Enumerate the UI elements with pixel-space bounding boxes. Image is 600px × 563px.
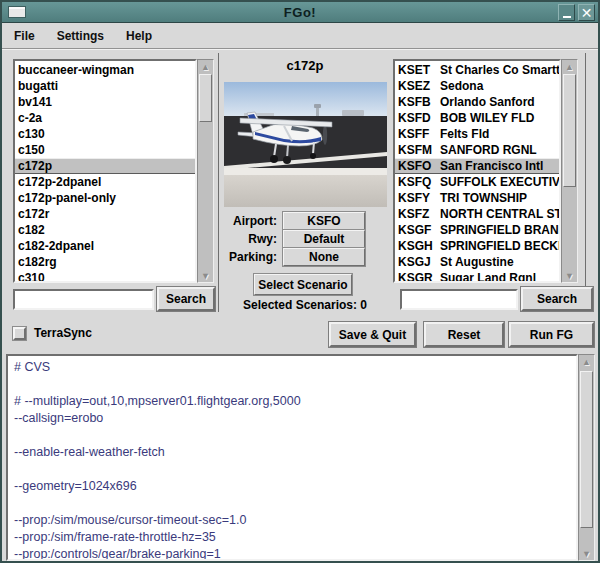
aircraft-search-field[interactable]	[13, 289, 154, 310]
menubar: FileSettingsHelp	[2, 24, 598, 49]
aircraft-list-item[interactable]: c182-2dpanel	[15, 238, 195, 254]
save-quit-button[interactable]: Save & Quit	[329, 322, 416, 347]
airport-list-item[interactable]: KSFQSUFFOLK EXECUTIVE	[395, 174, 559, 190]
config-textarea[interactable]: # CVS# --multiplay=out,10,mpserver01.fli…	[6, 354, 578, 561]
window-menu-icon[interactable]	[8, 6, 26, 18]
menu-item[interactable]: File	[10, 27, 39, 45]
aircraft-search-button[interactable]: Search	[157, 287, 215, 311]
top-frame-right-edge	[585, 53, 586, 312]
config-line: --geometry=1024x696	[14, 478, 570, 495]
window-title: FGo!	[2, 5, 598, 20]
aircraft-list-item[interactable]: c150	[15, 142, 195, 158]
menu-item[interactable]: Settings	[53, 27, 108, 45]
aircraft-list-item[interactable]: c172p-panel-only	[15, 190, 195, 206]
terrasync-label: TerraSync	[34, 326, 92, 340]
airport-list-item[interactable]: KSGJSt Augustine	[395, 254, 559, 270]
airport-list-item[interactable]: KSFBOrlando Sanford	[395, 94, 559, 110]
airport-name: San Francisco Intl	[440, 159, 543, 173]
config-line: --callsign=erobo	[14, 410, 570, 427]
aircraft-list-item[interactable]: c310	[15, 270, 195, 283]
config-line: --enable-real-weather-fetch	[14, 444, 570, 461]
airport-search-field[interactable]	[400, 289, 518, 310]
parking-label: Parking:	[219, 250, 277, 264]
airport-value-button[interactable]: KSFO	[283, 212, 365, 230]
scroll-up-icon[interactable]: ▲	[563, 60, 576, 73]
airport-scrollbar-thumb[interactable]	[563, 74, 576, 187]
airplane-illustration	[224, 82, 387, 207]
aircraft-list-item[interactable]: c182rg	[15, 254, 195, 270]
airport-search-input[interactable]	[402, 293, 516, 310]
airport-list-item[interactable]: KSETSt Charles Co Smartt	[395, 62, 559, 78]
airport-name: Felts Fld	[440, 127, 489, 141]
airport-code: KSFO	[398, 158, 440, 174]
airport-code: KSFF	[398, 126, 440, 142]
airport-list-item[interactable]: KSGRSugar Land Rgnl	[395, 270, 559, 283]
scroll-down-icon[interactable]: ▼	[199, 269, 212, 282]
airport-name: NORTH CENTRAL STAT	[440, 207, 561, 221]
config-line: --prop:/sim/mouse/cursor-timeout-sec=1.0	[14, 512, 570, 529]
window-titlebar[interactable]: FGo! ✕	[2, 2, 598, 23]
scroll-down-icon[interactable]: ▼	[563, 269, 576, 282]
airport-list-item[interactable]: KSEZSedona	[395, 78, 559, 94]
terrasync-checkbox[interactable]	[13, 327, 26, 340]
minimize-button[interactable]	[558, 4, 575, 21]
airport-name: BOB WILEY FLD	[440, 111, 534, 125]
aircraft-list-item[interactable]: c172p	[15, 158, 195, 174]
airport-name: SANFORD RGNL	[440, 143, 537, 157]
airport-label: Airport:	[219, 214, 277, 228]
airport-search-button[interactable]: Search	[521, 287, 593, 311]
aircraft-list-item[interactable]: bv141	[15, 94, 195, 110]
airport-name: SPRINGFIELD BECKLE	[440, 239, 561, 253]
aircraft-list-item[interactable]: c172p-2dpanel	[15, 174, 195, 190]
airport-code: KSFM	[398, 142, 440, 158]
menu-item[interactable]: Help	[122, 27, 156, 45]
select-scenario-button[interactable]: Select Scenario	[254, 274, 352, 295]
airport-name: Sedona	[440, 79, 483, 93]
aircraft-list-item[interactable]: c-2a	[15, 110, 195, 126]
config-line: --prop:/controls/gear/brake-parking=1	[14, 546, 570, 561]
airport-list-scrollbar[interactable]: ▲ ▼	[561, 59, 578, 283]
airport-list-item[interactable]: KSFOSan Francisco Intl	[395, 158, 559, 174]
airport-list[interactable]: KSETSt Charles Co Smartt KSEZSedona KSFB…	[393, 59, 561, 283]
aircraft-list[interactable]: buccaneer-wingmanbugattibv141c-2ac130c15…	[13, 59, 197, 283]
parking-value-button[interactable]: None	[283, 248, 365, 266]
airport-name: TRI TOWNSHIP	[440, 191, 527, 205]
config-line	[14, 461, 570, 478]
aircraft-list-item[interactable]: bugatti	[15, 78, 195, 94]
airport-name: SPRINGFIELD BRANSO	[440, 223, 561, 237]
scroll-up-icon[interactable]: ▲	[580, 355, 593, 368]
scroll-up-icon[interactable]: ▲	[199, 60, 212, 73]
config-scrollbar-thumb[interactable]	[580, 371, 593, 528]
scroll-down-icon[interactable]: ▼	[580, 547, 593, 560]
airport-list-item[interactable]: KSFMSANFORD RGNL	[395, 142, 559, 158]
aircraft-list-item[interactable]: buccaneer-wingman	[15, 62, 195, 78]
airport-list-item[interactable]: KSFFFelts Fld	[395, 126, 559, 142]
aircraft-scrollbar-thumb[interactable]	[199, 74, 212, 122]
aircraft-list-scrollbar[interactable]: ▲ ▼	[197, 59, 214, 283]
airport-list-item[interactable]: KSGHSPRINGFIELD BECKLE	[395, 238, 559, 254]
airport-code: KSFY	[398, 190, 440, 206]
aircraft-search-input[interactable]	[15, 293, 152, 310]
airport-list-item[interactable]: KSFZNORTH CENTRAL STAT	[395, 206, 559, 222]
airport-name: Orlando Sanford	[440, 95, 535, 109]
airport-code: KSGH	[398, 238, 440, 254]
airport-code: KSFD	[398, 110, 440, 126]
run-fg-button[interactable]: Run FG	[509, 322, 594, 347]
airport-list-item[interactable]: KSFDBOB WILEY FLD	[395, 110, 559, 126]
airport-list-item[interactable]: KSGFSPRINGFIELD BRANSO	[395, 222, 559, 238]
airport-code: KSFZ	[398, 206, 440, 222]
aircraft-list-item[interactable]: c172r	[15, 206, 195, 222]
fgo-window: FGo! ✕ FileSettingsHelp buccaneer-wingma…	[0, 0, 600, 563]
rwy-value-button[interactable]: Default	[283, 230, 365, 248]
airport-list-item[interactable]: KSFYTRI TOWNSHIP	[395, 190, 559, 206]
rwy-label: Rwy:	[219, 232, 277, 246]
config-scrollbar[interactable]: ▲ ▼	[578, 354, 595, 561]
reset-button[interactable]: Reset	[424, 322, 504, 347]
aircraft-preview-image	[224, 82, 387, 207]
aircraft-list-item[interactable]: c182	[15, 222, 195, 238]
close-button[interactable]: ✕	[578, 4, 595, 21]
center-frame-left-edge	[218, 53, 219, 312]
aircraft-list-item[interactable]: c130	[15, 126, 195, 142]
airport-code: KSGF	[398, 222, 440, 238]
airport-name: St Augustine	[440, 255, 514, 269]
